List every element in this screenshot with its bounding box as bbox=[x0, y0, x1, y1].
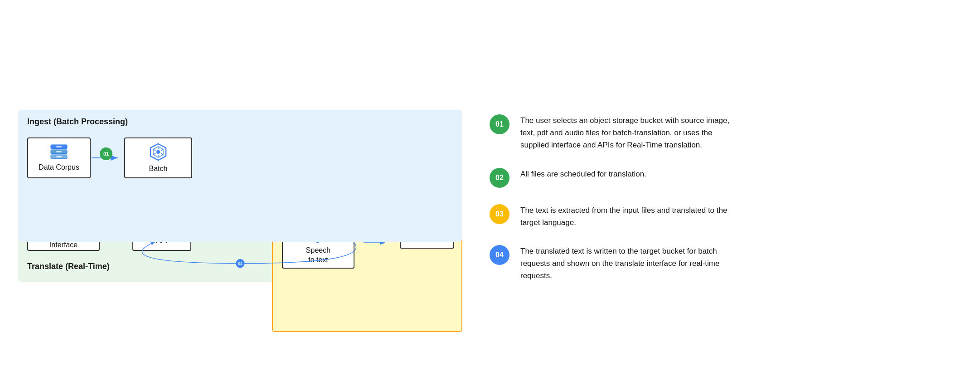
diagram-wrapper: Ingest (Batch Processing) bbox=[18, 110, 462, 282]
step-badge-03: 03 bbox=[490, 204, 509, 224]
step-item-01: 01 The user selects an object storage bu… bbox=[490, 114, 962, 152]
step-text-01: The user selects an object storage bucke… bbox=[520, 114, 738, 152]
step-text-03: The text is extracted from the input fil… bbox=[520, 204, 738, 229]
ingest-region: Ingest (Batch Processing) bbox=[18, 110, 462, 242]
ingest-label: Ingest (Batch Processing) bbox=[27, 117, 453, 127]
main-container: Ingest (Batch Processing) bbox=[18, 110, 962, 282]
ingest-row: Data Corpus 01 bbox=[27, 133, 453, 183]
step-badge-01: 01 bbox=[490, 114, 509, 134]
step-item-02: 02 All files are scheduled for translati… bbox=[490, 168, 962, 188]
batch-node: Batch bbox=[124, 137, 192, 178]
steps-area: 01 The user selects an object storage bu… bbox=[490, 110, 962, 282]
svg-point-10 bbox=[156, 150, 160, 154]
badge-01-ingest: 01 bbox=[100, 147, 112, 160]
data-corpus-node: Data Corpus bbox=[27, 137, 91, 178]
data-corpus-icon bbox=[50, 144, 68, 160]
batch-label: Batch bbox=[149, 164, 168, 174]
step-badge-04: 04 bbox=[490, 245, 509, 265]
speech-to-text-label: Speechto text bbox=[306, 246, 330, 265]
step-item-04: 04 The translated text is written to the… bbox=[490, 245, 962, 282]
step-text-02: All files are scheduled for translation. bbox=[520, 168, 646, 180]
svg-rect-5 bbox=[56, 156, 62, 157]
batch-icon bbox=[149, 142, 168, 162]
step-badge-02: 02 bbox=[490, 168, 509, 188]
step-text-04: The translated text is written to the ta… bbox=[520, 245, 738, 282]
svg-rect-3 bbox=[56, 146, 62, 147]
svg-rect-4 bbox=[56, 151, 62, 152]
step-item-03: 03 The text is extracted from the input … bbox=[490, 204, 962, 229]
data-corpus-label: Data Corpus bbox=[39, 163, 79, 172]
